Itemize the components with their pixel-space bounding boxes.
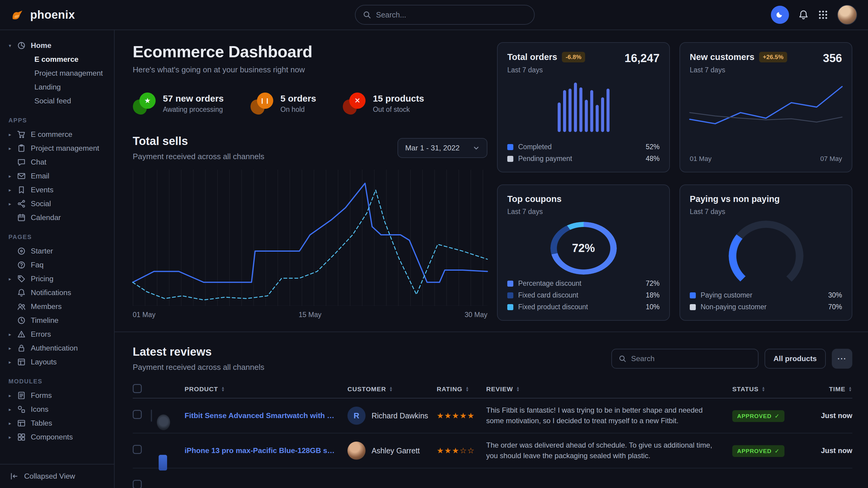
- sidebar-item-calendar[interactable]: Calendar: [7, 211, 107, 225]
- sort-icon: ▲▼: [465, 386, 469, 392]
- sidebar-item-email[interactable]: ▸ Email: [7, 169, 107, 183]
- lock-icon: [17, 344, 27, 353]
- sidebar-item-social-feed[interactable]: Social feed: [7, 94, 107, 108]
- page-subtitle: Here's what's going on at your business …: [133, 65, 487, 74]
- sidebar-item-label: Members: [31, 302, 62, 311]
- global-search[interactable]: [355, 5, 535, 25]
- row-checkbox[interactable]: [133, 480, 142, 488]
- calendar-icon: [17, 213, 27, 222]
- sidebar-item-e-commerce-dashboard[interactable]: E commerce: [7, 53, 107, 66]
- notifications-bell-button[interactable]: [798, 9, 809, 20]
- column-header-customer[interactable]: CUSTOMER▲▼: [347, 386, 437, 393]
- sidebar-item-ecommerce-app[interactable]: ▸ E commerce: [7, 128, 107, 141]
- sidebar-item-tables[interactable]: ▸ Tables: [7, 416, 107, 430]
- select-all-checkbox[interactable]: [133, 384, 142, 393]
- customer-avatar-initial[interactable]: R: [347, 406, 366, 425]
- customer-cell: R Richard Dawkins: [347, 406, 437, 425]
- more-options-button[interactable]: ···: [832, 349, 852, 369]
- sidebar-item-label: Email: [31, 172, 50, 180]
- sidebar-item-label: Social: [31, 199, 51, 208]
- share-icon: [17, 199, 27, 208]
- row-checkbox[interactable]: [133, 445, 142, 454]
- legend-fixed-card-discount: Fixed card discount 18%: [507, 291, 660, 299]
- reviews-search-input[interactable]: [631, 355, 751, 363]
- global-search-input[interactable]: [376, 10, 527, 19]
- caret-right-icon: ▸: [7, 359, 13, 365]
- sidebar-item-events[interactable]: ▸ Events: [7, 183, 107, 197]
- column-header-rating[interactable]: RATING▲▼: [437, 386, 486, 393]
- date-range-select[interactable]: Mar 1 - 31, 2022: [398, 138, 487, 158]
- latest-reviews-subtitle: Payment received across all channels: [133, 363, 264, 372]
- column-header-product[interactable]: PRODUCT▲▼: [185, 386, 347, 393]
- clipboard-icon: [17, 144, 27, 153]
- column-header-status[interactable]: STATUS▲▼: [732, 386, 803, 393]
- sidebar-item-project-management-app[interactable]: ▸ Project management: [7, 141, 107, 155]
- sidebar-item-label: Chat: [31, 158, 46, 166]
- stat-orders-on-hold: ❙❙ 5 ordersOn hold: [250, 93, 316, 114]
- on-hold-pause-icon: ❙❙: [250, 93, 273, 114]
- customer-avatar-photo[interactable]: [347, 442, 366, 460]
- sidebar-item-authentication[interactable]: ▸ Authentication: [7, 341, 107, 355]
- sidebar-item-errors[interactable]: ▸ Errors: [7, 327, 107, 341]
- total-orders-badge: -6.8%: [562, 52, 585, 62]
- sidebar-item-starter[interactable]: Starter: [7, 244, 107, 258]
- row-checkbox[interactable]: [133, 410, 142, 419]
- review-row-iphone: iPhone 13 pro max-Pacific Blue-128GB sto…: [133, 433, 852, 468]
- sidebar-item-faq[interactable]: Faq: [7, 258, 107, 272]
- mail-icon: [17, 171, 27, 181]
- sidebar-item-icons[interactable]: ▸ Icons: [7, 402, 107, 416]
- brand-logo[interactable]: phoenix: [11, 7, 75, 22]
- product-thumbnail-watch[interactable]: [151, 410, 152, 422]
- theme-toggle-button[interactable]: [771, 6, 789, 24]
- sidebar-item-notifications[interactable]: Notifications: [7, 286, 107, 300]
- reviews-search[interactable]: [611, 349, 758, 369]
- sidebar-item-members[interactable]: Members: [7, 300, 107, 314]
- navbar-actions: [771, 5, 857, 25]
- customer-cell: Ashley Garrett: [347, 442, 437, 460]
- column-header-review[interactable]: REVIEW▲▼: [486, 386, 732, 393]
- layout-icon: [17, 357, 27, 366]
- reviews-table-header: PRODUCT▲▼ CUSTOMER▲▼ RATING▲▼ REVIEW▲▼ S…: [133, 380, 852, 398]
- sidebar-item-chat[interactable]: Chat: [7, 155, 107, 169]
- caret-right-icon: ▸: [7, 406, 13, 412]
- search-icon: [619, 355, 626, 363]
- rating-stars: ★★★★★: [437, 411, 486, 421]
- sidebar-item-project-management-dashboard[interactable]: Project management: [7, 66, 107, 80]
- table-icon: [17, 419, 27, 428]
- sidebar-item-timeline[interactable]: Timeline: [7, 314, 107, 327]
- total-sells-subtitle: Payment received across all channels: [133, 152, 264, 161]
- collapsed-view-toggle[interactable]: Collapsed View: [0, 464, 114, 488]
- caret-right-icon: ▸: [7, 393, 13, 398]
- sidebar-item-label: Project management: [31, 144, 99, 153]
- product-link[interactable]: iPhone 13 pro max-Pacific Blue-128GB sto…: [185, 446, 347, 455]
- column-header-time[interactable]: TIME▲▼: [803, 386, 852, 393]
- sidebar-item-social[interactable]: ▸ Social: [7, 197, 107, 211]
- sidebar-item-components[interactable]: ▸ Components: [7, 430, 107, 444]
- new-customers-line-chart: [690, 84, 842, 139]
- sidebar-item-label: Components: [31, 433, 73, 441]
- user-avatar[interactable]: [837, 5, 857, 25]
- new-orders-star-icon: ★: [133, 93, 156, 114]
- total-orders-card: Total orders -6.8% Last 7 days 16,247: [497, 42, 670, 172]
- sidebar-item-forms[interactable]: ▸ Forms: [7, 389, 107, 402]
- all-products-button[interactable]: All products: [765, 349, 826, 369]
- collapsed-view-label: Collapsed View: [24, 472, 75, 481]
- apps-grid-button[interactable]: [818, 10, 828, 20]
- total-sells-title: Total sells: [133, 135, 264, 148]
- sidebar-item-label: Tables: [31, 419, 52, 427]
- caret-right-icon: ▸: [7, 421, 13, 426]
- sidebar-item-landing[interactable]: Landing: [7, 80, 107, 94]
- sidebar-item-home[interactable]: ▾ Home: [7, 39, 107, 53]
- stat-out-of-stock: ✕ 15 productsOut of stock: [343, 93, 424, 114]
- order-stats: ★ 57 new ordersAwating processing ❙❙ 5 o…: [133, 93, 487, 114]
- product-link[interactable]: Fitbit Sense Advanced Smartwatch with To…: [185, 412, 347, 420]
- sidebar-item-pricing[interactable]: ▸ Pricing: [7, 272, 107, 286]
- review-time: Just now: [803, 446, 852, 455]
- sidebar-item-layouts[interactable]: ▸ Layouts: [7, 355, 107, 369]
- paying-vs-nonpaying-card: Paying vs non paying Last 7 days Paying …: [680, 185, 852, 321]
- review-text: This Fitbit is fantastic! I was trying t…: [486, 405, 732, 426]
- top-navbar: phoenix: [0, 0, 868, 30]
- sidebar-item-label: Notifications: [31, 289, 71, 297]
- chevron-down-icon: [473, 145, 479, 151]
- card-title: Total orders: [507, 52, 557, 62]
